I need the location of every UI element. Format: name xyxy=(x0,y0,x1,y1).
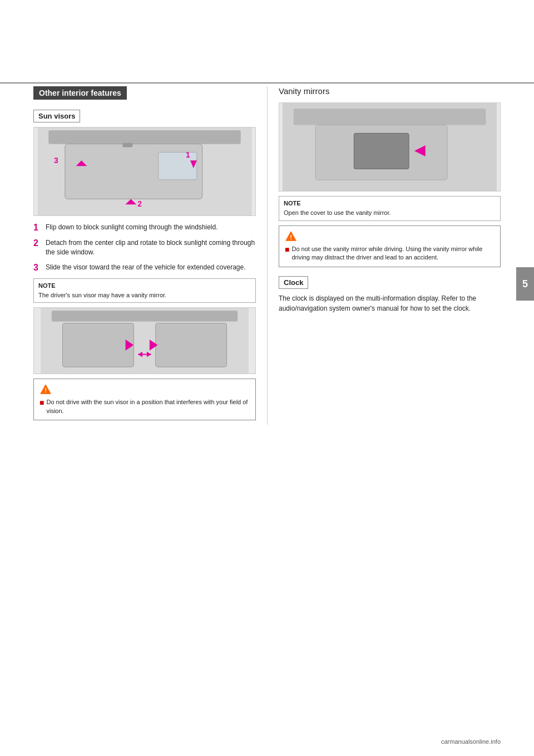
top-rule xyxy=(0,82,534,84)
clock-header-text: Clock xyxy=(284,278,303,287)
sun-visor-illustration: 1 2 3 xyxy=(33,127,256,216)
vanity-note-text: Open the cover to use the vanity mirror. xyxy=(284,209,496,217)
step-number-1: 1 xyxy=(33,223,46,233)
step-number-2: 2 xyxy=(33,238,46,248)
svg-rect-13 xyxy=(63,323,134,367)
svg-rect-1 xyxy=(48,130,241,144)
vanity-mirror-illustration xyxy=(279,102,501,192)
note-body-text: The driver's sun visor may have a vanity… xyxy=(38,291,251,300)
clock-body-text: The clock is displayed on the multi-info… xyxy=(279,293,501,313)
warning-body-text: Do not drive with the sun visor in a pos… xyxy=(46,398,250,415)
svg-text:1: 1 xyxy=(186,150,190,159)
vanity-warning-text: Do not use the vanity mirror while drivi… xyxy=(291,245,495,262)
note-header-text: NOTE xyxy=(38,282,251,290)
step-text-3: Slide the visor toward the rear of the v… xyxy=(46,263,246,272)
vanity-mirror-svg xyxy=(279,103,500,191)
svg-rect-12 xyxy=(52,311,238,322)
vanity-warning-header: ! xyxy=(285,230,495,243)
sun-visor-step-2: 2 Detach from the center clip and rotate… xyxy=(33,238,256,257)
sun-visor-svg: 1 2 3 xyxy=(34,127,255,215)
svg-rect-10 xyxy=(123,143,133,148)
warning-header: ! xyxy=(39,384,250,396)
svg-rect-23 xyxy=(294,109,486,125)
svg-text:3: 3 xyxy=(54,156,58,165)
step-number-3: 3 xyxy=(33,263,46,273)
subsection-header-text: Sun visors xyxy=(38,112,75,120)
step-text-2: Detach from the center clip and rotate t… xyxy=(46,238,256,257)
right-column: Vanity mirrors NOTE Ope xyxy=(267,86,501,425)
warning-icon: ! xyxy=(39,384,52,396)
svg-rect-14 xyxy=(156,323,227,367)
section-header-text: Other interior features xyxy=(39,89,121,97)
step-text-1: Flip down to block sunlight coming throu… xyxy=(46,223,218,232)
vanity-mirrors-title: Vanity mirrors xyxy=(279,86,329,96)
vanity-mirror-warning: ! ■ Do not use the vanity mirror while d… xyxy=(279,225,501,267)
vanity-note-header: NOTE xyxy=(284,199,496,208)
sun-visor-svg-2 xyxy=(34,308,255,374)
section-header: Other interior features xyxy=(33,86,127,100)
vanity-mirrors-header: Vanity mirrors xyxy=(279,86,501,97)
svg-text:!: ! xyxy=(44,387,47,394)
chapter-number: 5 xyxy=(522,278,528,290)
clock-section-header: Clock xyxy=(279,276,308,289)
left-column: Other interior features Sun visors xyxy=(33,86,267,425)
sun-visor-note: NOTE The driver's sun visor may have a v… xyxy=(33,278,256,303)
page-container: 5 Other interior features Sun visors xyxy=(0,0,534,756)
sun-visor-warning: ! ■ Do not drive with the sun visor in a… xyxy=(33,379,256,420)
sun-visor-illustration-2 xyxy=(33,307,256,374)
sun-visor-step-3: 3 Slide the visor toward the rear of the… xyxy=(33,263,256,273)
subsection-header-sun-visors: Sun visors xyxy=(33,110,80,122)
svg-text:!: ! xyxy=(290,233,292,240)
vanity-mirror-note: NOTE Open the cover to use the vanity mi… xyxy=(279,196,501,221)
svg-rect-25 xyxy=(354,133,409,169)
svg-text:2: 2 xyxy=(137,199,142,208)
two-column-layout: Other interior features Sun visors xyxy=(33,86,512,425)
vanity-warning-icon: ! xyxy=(285,230,297,243)
vanity-warning-bullet: ■ xyxy=(285,245,289,254)
footer: carmanualsonline.info xyxy=(441,738,501,745)
chapter-tab: 5 xyxy=(516,267,534,301)
warning-bullet-icon: ■ xyxy=(39,398,44,407)
footer-text: carmanualsonline.info xyxy=(441,738,501,745)
svg-rect-3 xyxy=(159,152,197,179)
sun-visor-step-1: 1 Flip down to block sunlight coming thr… xyxy=(33,223,256,233)
